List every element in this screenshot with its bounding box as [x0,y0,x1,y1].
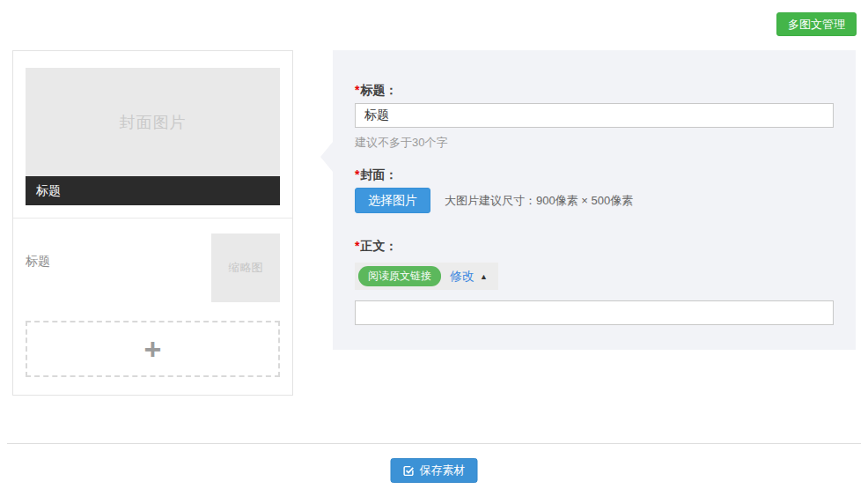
title-hint: 建议不多于30个字 [355,135,834,151]
save-button-label: 保存素材 [420,463,466,478]
sub-item-title: 标题 [26,254,50,302]
modify-link[interactable]: 修改 [450,269,474,285]
article-preview-list: 封面图片 标题 标题 缩略图 + [12,50,293,396]
required-asterisk: * [355,239,359,253]
cover-title-bar: 标题 [26,176,280,205]
save-material-button[interactable]: 保存素材 [391,458,478,483]
required-asterisk: * [355,167,359,182]
cover-size-hint: 大图片建议尺寸：900像素 × 500像素 [445,193,633,209]
article-item-sub-section: 标题 缩略图 + [13,219,292,395]
read-original-link-tag: 阅读原文链接 [358,266,441,286]
choose-image-button[interactable]: 选择图片 [355,188,430,213]
article-item-sub[interactable]: 标题 缩略图 [26,233,280,302]
article-edit-form-panel: *标题： 建议不多于30个字 *封面： 选择图片 大图片建议尺寸：900像素 ×… [333,50,856,350]
required-asterisk: * [355,83,359,97]
add-article-button[interactable]: + [26,321,280,377]
title-field-label: *标题： [355,84,834,96]
caret-up-icon[interactable]: ▲ [480,272,488,281]
multi-article-manage-button[interactable]: 多图文管理 [776,12,857,36]
form-fields: *标题： 建议不多于30个字 *封面： 选择图片 大图片建议尺寸：900像素 ×… [333,50,856,325]
thumbnail-placeholder-label: 缩略图 [229,260,263,276]
cover-image-placeholder[interactable]: 封面图片 [26,68,280,176]
panel-pointer-notch [320,142,333,172]
title-input[interactable] [355,103,834,128]
plus-icon: + [144,334,162,364]
cover-title-text: 标题 [36,183,61,199]
body-field-label: *正文： [355,240,834,252]
cover-field-label: *封面： [355,168,834,181]
article-item-main[interactable]: 封面图片 标题 [13,51,292,219]
source-link-tag-box: 阅读原文链接 修改 ▲ [355,263,498,290]
check-square-icon [403,465,415,477]
material-editor-page: 多图文管理 封面图片 标题 标题 缩略图 + *标题： [0,0,868,489]
thumbnail-placeholder[interactable]: 缩略图 [211,233,280,302]
body-link-input[interactable] [355,300,834,325]
footer-divider [7,443,861,444]
cover-picker-row: 选择图片 大图片建议尺寸：900像素 × 500像素 [355,188,834,213]
cover-placeholder-label: 封面图片 [120,112,187,133]
